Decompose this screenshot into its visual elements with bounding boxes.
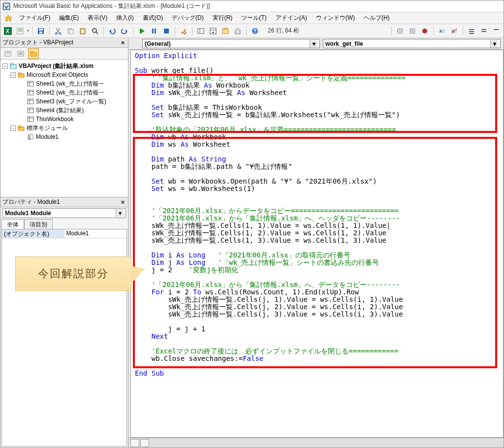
expand-icon[interactable]: − — [10, 126, 16, 131]
code-text[interactable]: Option Explicit Sub work_get_file() '「集計… — [131, 50, 503, 379]
design-mode-icon[interactable] — [178, 26, 189, 36]
svg-rect-83 — [29, 135, 31, 136]
property-row[interactable]: (オブジェクト名) Module1 — [2, 229, 126, 238]
svg-rect-52 — [481, 31, 486, 32]
menu-debug[interactable]: デバッグ(D) — [168, 13, 208, 23]
tree-sheet2[interactable]: Sheet2 (wk_売上げ情報一 — [1, 88, 127, 97]
folder-toggle-icon[interactable] — [28, 48, 39, 59]
menu-insert[interactable]: 挿入(I) — [112, 13, 137, 23]
undo-icon[interactable] — [107, 26, 118, 36]
project-tree[interactable]: − VBAProject (集計結果.xlsm − Microsoft Exce… — [0, 60, 128, 197]
view-code-icon[interactable] — [2, 48, 13, 59]
find-icon[interactable] — [90, 26, 100, 36]
toolbox-icon[interactable] — [232, 26, 243, 36]
worksheet-icon — [27, 98, 34, 105]
save-icon[interactable] — [35, 26, 46, 36]
home-icon[interactable] — [2, 13, 14, 23]
prev-bookmark-icon[interactable] — [491, 26, 502, 36]
indent-icon[interactable] — [395, 26, 406, 36]
copy-icon[interactable] — [65, 26, 76, 36]
expand-icon[interactable]: − — [10, 72, 16, 78]
object-browser-icon[interactable] — [220, 26, 231, 36]
close-icon[interactable]: × — [120, 199, 126, 206]
tree-module1[interactable]: Module1 — [1, 132, 127, 141]
menu-window[interactable]: ウィンドウ(W) — [312, 13, 359, 23]
uncomment-icon[interactable]: A — [449, 26, 460, 36]
menu-help[interactable]: ヘルプ(H) — [360, 13, 394, 23]
outdent-icon[interactable] — [407, 26, 418, 36]
menu-edit[interactable]: 編集(E) — [55, 13, 83, 23]
svg-rect-64 — [18, 73, 21, 74]
svg-rect-60 — [31, 52, 33, 53]
procedure-dropdown[interactable]: work_get_file ▾ — [323, 39, 501, 48]
paste-icon[interactable] — [77, 26, 88, 36]
titlebar: Microsoft Visual Basic for Applications … — [0, 0, 504, 12]
properties-pane: プロパティ - Module1 × Module1 Module ▾ 全体 項目… — [0, 197, 128, 448]
comment-icon[interactable]: A — [437, 26, 447, 36]
next-bookmark-icon[interactable] — [478, 26, 489, 36]
breakpoint-icon[interactable] — [419, 26, 430, 36]
bookmark-icon[interactable] — [466, 26, 477, 36]
full-module-view-icon[interactable] — [140, 439, 149, 447]
procedure-view-icon[interactable] — [130, 439, 139, 447]
svg-marker-37 — [397, 30, 399, 32]
menu-addins[interactable]: アドイン(A) — [272, 13, 311, 23]
tree-thisworkbook[interactable]: ThisWorkbook — [1, 115, 127, 124]
code-editor[interactable]: Option Explicit Sub work_get_file() '「集計… — [130, 50, 504, 438]
insert-module-icon[interactable] — [15, 26, 26, 36]
redo-icon[interactable] — [119, 26, 130, 36]
help-icon[interactable]: ? — [250, 26, 260, 36]
tree-sheet1[interactable]: Sheet1 (wk_売上げ情報一 — [1, 79, 127, 88]
chevron-down-icon[interactable]: ▾ — [490, 40, 498, 48]
project-explorer-icon[interactable] — [195, 26, 206, 36]
tab-categorized[interactable]: 項目別 — [24, 219, 53, 229]
toolbar: X ▾ ? 26 行, 64 桁 A A — [0, 24, 504, 38]
main-area: プロジェクト - VBAProject × − VBAProject (集計結果… — [0, 38, 504, 448]
chevron-down-icon[interactable]: ▾ — [310, 40, 317, 48]
menu-format[interactable]: 書式(O) — [139, 13, 167, 23]
project-icon — [10, 63, 17, 69]
excel-icon[interactable]: X — [2, 26, 13, 36]
properties-object-combo[interactable]: Module1 Module ▾ — [2, 208, 126, 218]
tree-sheet3[interactable]: Sheet3 (wk_ファイル一覧) — [1, 97, 127, 106]
svg-rect-71 — [28, 99, 33, 104]
svg-marker-2 — [5, 15, 12, 21]
properties-header: プロパティ - Module1 × — [0, 197, 128, 207]
run-icon[interactable] — [136, 26, 147, 36]
svg-rect-81 — [18, 126, 21, 128]
folder-icon — [18, 71, 25, 78]
cut-icon[interactable] — [53, 26, 63, 36]
property-name-value[interactable]: Module1 — [64, 229, 127, 238]
svg-rect-85 — [29, 138, 31, 139]
expand-icon[interactable]: − — [2, 64, 8, 69]
tree-objects-folder[interactable]: − Microsoft Excel Objects — [1, 70, 127, 79]
svg-rect-50 — [469, 33, 474, 34]
worksheet-icon — [27, 80, 34, 87]
tab-all[interactable]: 全体 — [1, 219, 24, 229]
folder-icon — [18, 125, 25, 131]
object-dropdown[interactable]: (General) ▾ — [142, 39, 320, 48]
svg-text:X: X — [6, 29, 9, 34]
property-name-label: (オブジェクト名) — [2, 229, 64, 238]
cursor-position: 26 行, 64 桁 — [265, 26, 302, 36]
tree-project-root[interactable]: − VBAProject (集計結果.xlsm — [1, 62, 127, 70]
properties-icon[interactable] — [208, 26, 219, 36]
pause-icon[interactable] — [149, 26, 159, 36]
chevron-down-icon[interactable]: ▾ — [116, 209, 124, 217]
view-object-icon[interactable] — [15, 48, 26, 59]
menu-file[interactable]: ファイル(F) — [15, 13, 54, 23]
stop-icon[interactable] — [161, 26, 172, 36]
svg-rect-65 — [28, 81, 33, 86]
menu-run[interactable]: 実行(R) — [209, 13, 237, 23]
worksheet-icon — [27, 89, 34, 96]
tree-modules-folder[interactable]: − 標準モジュール — [1, 124, 127, 132]
svg-rect-23 — [155, 29, 156, 33]
menu-view[interactable]: 表示(V) — [84, 13, 111, 23]
svg-rect-24 — [164, 29, 169, 33]
project-explorer-title: プロジェクト - VBAProject — [2, 38, 73, 47]
close-icon[interactable]: × — [120, 39, 126, 46]
tree-sheet4[interactable]: Sheet4 (集計結果) — [1, 106, 127, 115]
menu-tools[interactable]: ツール(T) — [237, 13, 270, 23]
svg-rect-74 — [28, 108, 33, 113]
menubar: ファイル(F) 編集(E) 表示(V) 挿入(I) 書式(O) デバッグ(D) … — [0, 12, 504, 24]
